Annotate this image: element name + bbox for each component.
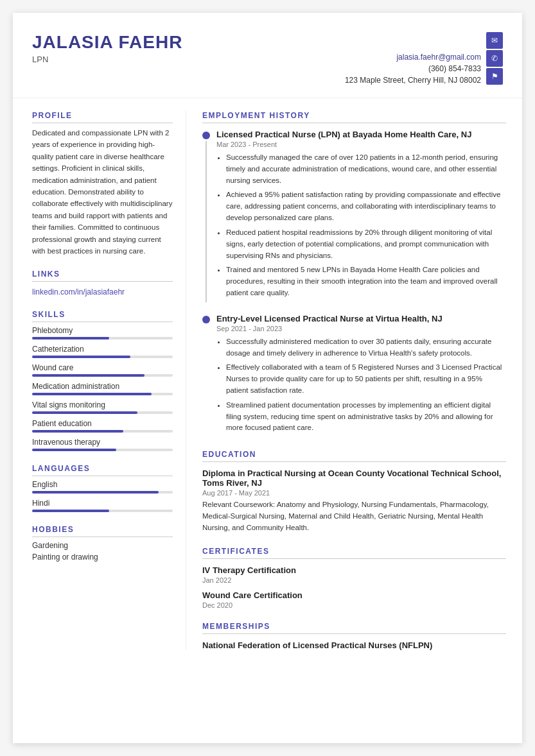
language-item: English [32, 480, 173, 494]
job-dot-col [202, 130, 210, 302]
bullet-item: Trained and mentored 5 new LPNs in Bayad… [226, 264, 506, 298]
job-date: Sep 2021 - Jan 2023 [216, 325, 506, 332]
language-bar-fill [32, 510, 109, 512]
language-bar-bg [32, 491, 173, 494]
education-section-title: EDUCATION [202, 450, 506, 462]
membership-item: National Federation of Licensed Practica… [202, 640, 506, 650]
resume-container: JALASIA FAEHR LPN jalasia.faehr@gmail.co… [13, 13, 522, 743]
membership-name: National Federation of Licensed Practica… [202, 640, 506, 650]
skill-bar-fill [32, 430, 123, 433]
skill-bar-fill [32, 374, 145, 377]
skill-item: Catheterization [32, 345, 173, 358]
skill-label: Vital signs monitoring [32, 400, 173, 409]
hobbies-list: GardeningPainting or drawing [32, 541, 173, 562]
header-right: jalasia.faehr@gmail.com (360) 854-7833 1… [345, 32, 503, 85]
employment-section-title: EMPLOYMENT HISTORY [202, 111, 506, 123]
header: JALASIA FAEHR LPN jalasia.faehr@gmail.co… [13, 13, 522, 98]
skill-bar-fill [32, 393, 152, 395]
job-date: Mar 2023 - Present [216, 141, 506, 148]
links-section-title: LINKS [32, 270, 173, 282]
skill-bar-bg [32, 337, 173, 339]
skill-label: Wound care [32, 363, 173, 372]
cert-date: Jan 2022 [202, 576, 506, 584]
language-label: English [32, 480, 173, 489]
job-dot [202, 316, 210, 323]
skill-bar-fill [32, 337, 109, 339]
bullet-item: Achieved a 95% patient satisfaction rati… [226, 189, 506, 223]
skill-bar-fill [32, 449, 116, 451]
job-bullets: Successfully managed the care of over 12… [216, 152, 506, 299]
skill-item: Phlebotomy [32, 326, 173, 339]
hobby-item: Gardening [32, 541, 173, 550]
phone-text: (360) 854-7833 [345, 64, 481, 73]
bullet-item: Streamlined patient documentation proces… [226, 400, 506, 434]
skills-section-title: SKILLS [32, 310, 173, 322]
hobby-item: Painting or drawing [32, 553, 173, 562]
profile-section-title: PROFILE [32, 111, 173, 123]
email-link[interactable]: jalasia.faehr@gmail.com [396, 53, 481, 62]
skill-bar-bg [32, 393, 173, 395]
skill-bar-bg [32, 430, 173, 433]
cert-name: Wound Care Certification [202, 590, 506, 600]
cert-item: Wound Care Certification Dec 2020 [202, 590, 506, 609]
job-content: Licensed Practical Nurse (LPN) at Bayada… [216, 130, 506, 302]
email-icon: ✉ [486, 32, 503, 49]
skill-label: Phlebotomy [32, 326, 173, 335]
skills-list: Phlebotomy Catheterization Wound care Me… [32, 326, 173, 451]
job-item: Entry-Level Licensed Practical Nurse at … [202, 314, 506, 438]
language-item: Hindi [32, 499, 173, 512]
contact-icons: ✉ ✆ ⚑ [486, 32, 503, 85]
skill-label: Patient education [32, 419, 173, 428]
skill-item: Wound care [32, 363, 173, 377]
job-content: Entry-Level Licensed Practical Nurse at … [216, 314, 506, 438]
skill-item: Medication administration [32, 382, 173, 395]
certificates-section-title: CERTIFICATES [202, 547, 506, 559]
skill-label: Intravenous therapy [32, 438, 173, 447]
skill-item: Intravenous therapy [32, 438, 173, 451]
location-icon: ⚑ [486, 68, 503, 85]
bullet-item: Successfully administered medication to … [226, 336, 506, 359]
skill-bar-fill [32, 356, 130, 358]
edu-school: Diploma in Practical Nursing at Ocean Co… [202, 468, 506, 488]
contact-info: jalasia.faehr@gmail.com (360) 854-7833 1… [345, 50, 481, 85]
address-text: 123 Maple Street, Cherry Hill, NJ 08002 [345, 76, 481, 85]
right-column: EMPLOYMENT HISTORY Licensed Practical Nu… [186, 111, 522, 650]
bullet-item: Successfully managed the care of over 12… [226, 152, 506, 186]
skill-bar-fill [32, 411, 137, 414]
job-line [206, 141, 207, 302]
left-column: PROFILE Dedicated and compassionate LPN … [13, 111, 186, 650]
skill-bar-bg [32, 411, 173, 414]
skill-label: Medication administration [32, 382, 173, 391]
skill-item: Patient education [32, 419, 173, 433]
cert-item: IV Therapy Certification Jan 2022 [202, 565, 506, 584]
body: PROFILE Dedicated and compassionate LPN … [13, 98, 522, 663]
header-left: JALASIA FAEHR LPN [32, 32, 182, 64]
languages-section-title: LANGUAGES [32, 464, 173, 476]
bullet-item: Effectively collaborated with a team of … [226, 362, 506, 396]
language-bar-fill [32, 491, 159, 494]
certificates-list: IV Therapy Certification Jan 2022 Wound … [202, 565, 506, 609]
edu-date: Aug 2017 - May 2021 [202, 489, 506, 497]
language-bar-bg [32, 510, 173, 512]
profile-text: Dedicated and compassionate LPN with 2 y… [32, 127, 173, 257]
memberships-section-title: MEMBERSHIPS [202, 622, 506, 634]
skill-item: Vital signs monitoring [32, 400, 173, 414]
candidate-name: JALASIA FAEHR [32, 32, 182, 53]
language-label: Hindi [32, 499, 173, 508]
candidate-title: LPN [32, 55, 182, 64]
link-item: linkedin.com/in/jalasiafaehr [32, 286, 173, 297]
job-bullets: Successfully administered medication to … [216, 336, 506, 434]
job-dot [202, 132, 210, 139]
jobs-list: Licensed Practical Nurse (LPN) at Bayada… [202, 130, 506, 437]
linkedin-link[interactable]: linkedin.com/in/jalasiafaehr [32, 288, 125, 296]
bullet-item: Reduced patient hospital readmissions by… [226, 227, 506, 261]
cert-date: Dec 2020 [202, 601, 506, 609]
languages-list: English Hindi [32, 480, 173, 512]
memberships-list: National Federation of Licensed Practica… [202, 640, 506, 650]
skill-bar-bg [32, 449, 173, 451]
cert-name: IV Therapy Certification [202, 565, 506, 575]
edu-coursework: Relevant Coursework: Anatomy and Physiol… [202, 499, 506, 533]
phone-icon: ✆ [486, 50, 503, 67]
job-dot-col [202, 314, 210, 438]
job-title: Licensed Practical Nurse (LPN) at Bayada… [216, 130, 506, 139]
